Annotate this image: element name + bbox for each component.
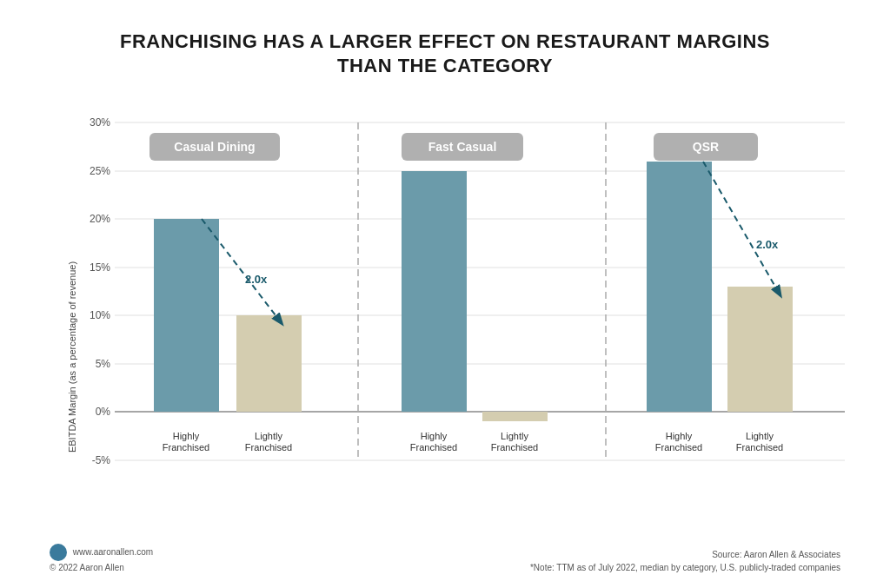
svg-text:25%: 25% <box>90 165 110 177</box>
svg-text:QSR: QSR <box>693 140 719 154</box>
footer-left: www.aaronallen.com © 2022 Aaron Allen <box>50 544 153 574</box>
svg-text:Franchised: Franchised <box>736 442 783 453</box>
bar-qsr-highly <box>647 162 712 412</box>
bar-casual-highly <box>154 219 219 412</box>
svg-text:20%: 20% <box>90 213 110 225</box>
svg-text:Highly: Highly <box>421 431 448 441</box>
svg-text:Fast Casual: Fast Casual <box>428 140 497 154</box>
bar-fast-lightly <box>482 412 548 421</box>
svg-text:Lightly: Lightly <box>501 431 528 441</box>
footer-right: Source: Aaron Allen & Associates *Note: … <box>530 548 840 574</box>
svg-text:5%: 5% <box>96 358 111 370</box>
chart-container: FRANCHISING HAS A LARGER EFFECT ON RESTA… <box>19 12 871 577</box>
svg-text:0%: 0% <box>96 406 111 418</box>
chart-footer: www.aaronallen.com © 2022 Aaron Allen So… <box>45 544 845 574</box>
svg-text:15%: 15% <box>90 261 110 274</box>
svg-text:Casual Dining: Casual Dining <box>174 140 255 154</box>
bar-casual-lightly <box>236 315 302 412</box>
svg-text:Highly: Highly <box>173 431 200 441</box>
svg-text:Lightly: Lightly <box>255 431 282 441</box>
svg-text:Franchised: Franchised <box>245 442 292 453</box>
svg-text:EBITDA Margin (as a percentage: EBITDA Margin (as a percentage of revenu… <box>67 261 77 453</box>
bar-fast-highly <box>402 171 467 412</box>
svg-text:10%: 10% <box>90 309 110 321</box>
svg-text:-5%: -5% <box>92 454 111 466</box>
svg-text:2.0x: 2.0x <box>245 273 268 286</box>
svg-text:Franchised: Franchised <box>410 442 457 453</box>
svg-text:Franchised: Franchised <box>163 442 209 453</box>
globe-icon <box>50 544 67 561</box>
svg-text:2.0x: 2.0x <box>756 238 779 251</box>
svg-text:30%: 30% <box>90 116 110 129</box>
svg-text:Franchised: Franchised <box>491 442 538 453</box>
svg-text:Lightly: Lightly <box>746 431 774 441</box>
bar-qsr-lightly <box>727 287 793 412</box>
chart-title: FRANCHISING HAS A LARGER EFFECT ON RESTA… <box>45 30 845 79</box>
svg-text:Highly: Highly <box>666 431 693 441</box>
svg-text:Franchised: Franchised <box>655 442 702 453</box>
